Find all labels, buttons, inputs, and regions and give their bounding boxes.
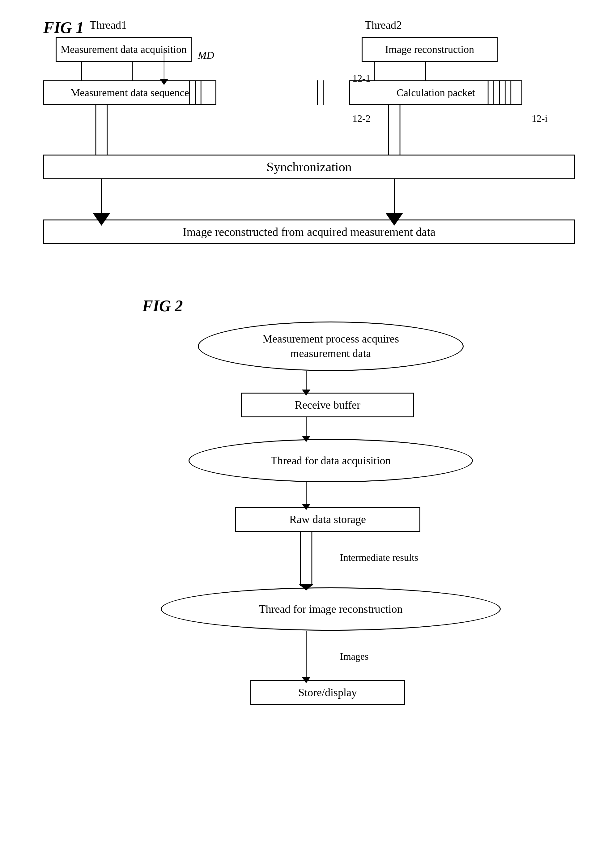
rect-store-display: Store/display	[250, 680, 405, 705]
imr-box: Image reconstructed from acquired measur…	[43, 219, 575, 244]
intermediate-results-label: Intermediate results	[340, 552, 418, 563]
sync-box: Synchronization	[43, 154, 575, 179]
ref2-label: 12-2	[352, 113, 370, 124]
fig2-label: FIG 2	[142, 297, 183, 315]
ref1-label: 12-1	[352, 73, 370, 84]
ellipse-thread-reconstruction: Thread for image reconstruction	[161, 587, 501, 631]
rect-receive-buffer: Receive buffer	[241, 393, 414, 417]
mds-box: Measurement data sequence	[43, 80, 216, 105]
md-label: MD	[198, 49, 214, 61]
rect-raw-data: Raw data storage	[235, 507, 421, 532]
fig1-label: FIG 1	[43, 19, 84, 37]
cp-box: Calculation packet	[349, 80, 522, 105]
fig1-diagram: FIG 1 Thread1 Thread2 Measurement data a…	[25, 19, 591, 272]
ellipse-thread-acquisition: Thread for data acquisition	[188, 439, 473, 482]
thread1-label: Thread1	[90, 19, 127, 31]
thread2-label: Thread2	[365, 19, 402, 31]
ellipse-measurement-process: Measurement process acquires measurement…	[198, 322, 463, 371]
page: FIG 1 Thread1 Thread2 Measurement data a…	[0, 0, 616, 848]
ir-box: Image reconstruction	[361, 37, 498, 62]
images-label: Images	[340, 651, 369, 662]
fig2-connectors	[25, 297, 591, 792]
fig2-diagram: FIG 2 Measurement process acquires measu…	[25, 297, 591, 792]
refi-label: 12-i	[532, 113, 548, 124]
mda-box: Measurement data acquisition	[56, 37, 192, 62]
